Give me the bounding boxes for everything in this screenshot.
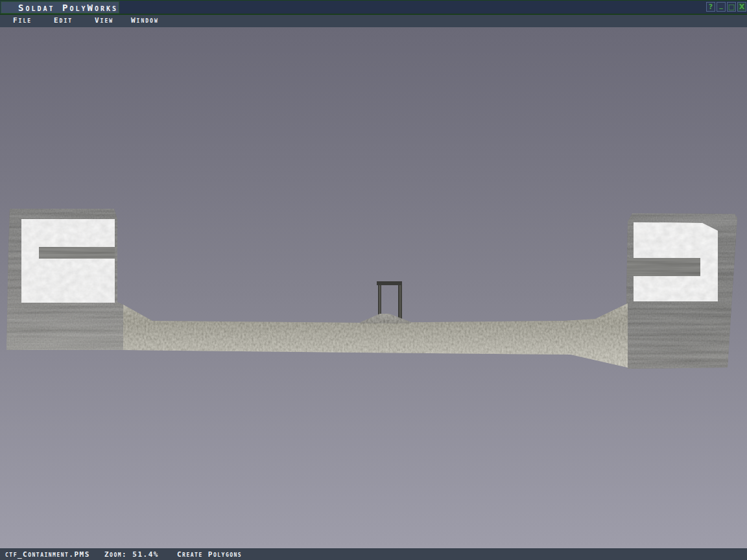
status-zoom: Zoom: 51.4%: [104, 550, 159, 559]
minimize-icon: _: [719, 1, 723, 8]
minimize-button[interactable]: _: [717, 2, 726, 12]
maximize-button[interactable]: □: [727, 2, 736, 12]
titlebar[interactable]: Soldat PolyWorks ? _ □ X: [0, 0, 747, 15]
help-icon: ?: [709, 3, 713, 10]
map-object-ground-bridge[interactable]: [123, 303, 628, 368]
help-button[interactable]: ?: [706, 2, 715, 12]
map-object-center-mound[interactable]: [358, 312, 414, 324]
title-panel: Soldat PolyWorks: [1, 1, 119, 14]
menu-file[interactable]: File: [13, 16, 32, 25]
menubar: File Edit View Window: [0, 15, 747, 27]
menu-edit[interactable]: Edit: [54, 16, 73, 25]
statusbar: ctf_Containment.PMS Zoom: 51.4% Create P…: [0, 548, 747, 560]
status-tool: Create Polygons: [177, 550, 242, 559]
map-object-left-bunker-face[interactable]: [21, 219, 115, 303]
menu-view[interactable]: View: [95, 16, 113, 25]
map-svg: [0, 27, 747, 548]
status-filename: ctf_Containment.PMS: [5, 550, 90, 559]
polyworks-window: Soldat PolyWorks ? _ □ X File Edit View …: [0, 0, 747, 560]
close-icon: X: [739, 3, 744, 10]
map-canvas[interactable]: [0, 27, 747, 548]
map-object-left-bunker-slot[interactable]: [39, 247, 115, 259]
window-controls: ? _ □ X: [706, 2, 746, 12]
map-object-right-bunker-slot[interactable]: [627, 258, 700, 276]
maximize-icon: □: [728, 3, 735, 10]
menu-window[interactable]: Window: [131, 16, 159, 25]
window-title: Soldat PolyWorks: [18, 3, 118, 13]
close-button[interactable]: X: [737, 2, 746, 12]
